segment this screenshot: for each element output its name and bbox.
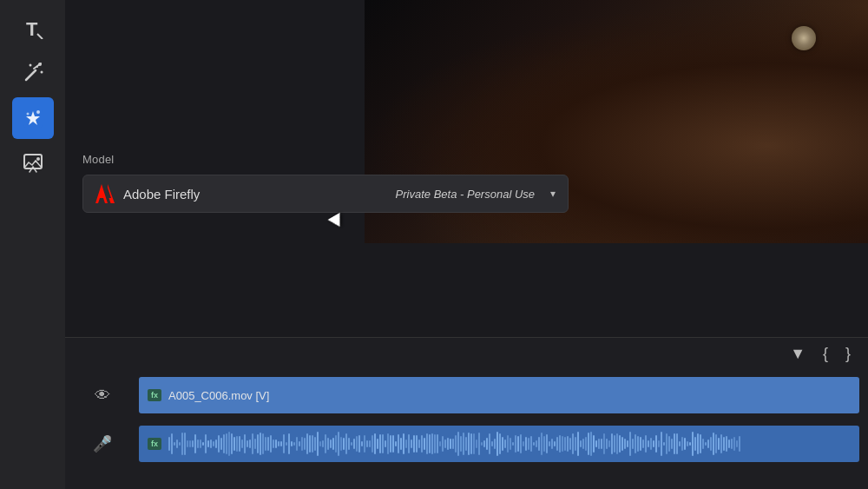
microphone-icon[interactable]: 🎤 <box>93 434 112 453</box>
marker-icon[interactable]: ▼ <box>790 345 806 363</box>
text-tool-button[interactable]: T <box>12 7 54 49</box>
audio-waveform <box>168 431 851 457</box>
in-point-icon[interactable]: { <box>823 345 828 363</box>
svg-point-4 <box>38 63 42 66</box>
generate-icon <box>22 107 44 129</box>
svg-point-12 <box>36 157 40 161</box>
magic-wand-button[interactable] <box>12 52 54 94</box>
beta-badge: Private Beta - Personal Use <box>396 188 535 201</box>
adobe-logo-icon <box>95 184 115 203</box>
model-section-label: Model <box>82 153 707 166</box>
fx-badge-audio: fx <box>148 438 161 450</box>
svg-point-6 <box>40 71 43 74</box>
svg-text:T: T <box>26 18 38 39</box>
video-clip-name: A005_C006.mov [V] <box>168 389 269 402</box>
video-track-row: 👁 fx A005_C006.mov [V] <box>65 373 868 418</box>
svg-point-7 <box>36 66 38 68</box>
magic-wand-icon <box>22 62 44 84</box>
video-track-control: 👁 <box>65 387 139 405</box>
svg-point-9 <box>36 110 40 114</box>
generate-button[interactable] <box>12 97 54 139</box>
audio-track-row: 🎤 fx <box>65 421 868 466</box>
chevron-down-icon: ▾ <box>550 188 556 200</box>
metal-detail-decoration <box>792 26 816 50</box>
app-layout: T <box>0 0 868 489</box>
audio-clip[interactable]: fx <box>139 426 859 462</box>
timeline-area: ▼ { } 👁 fx A005_C006.mov [V] <box>65 337 868 489</box>
svg-marker-13 <box>95 184 108 203</box>
model-dropdown[interactable]: Adobe Firefly Private Beta - Personal Us… <box>82 175 569 213</box>
video-clip[interactable]: fx A005_C006.mov [V] <box>139 377 859 413</box>
eye-icon[interactable]: 👁 <box>95 387 110 405</box>
generative-fill-icon <box>22 152 44 175</box>
content-area: Model Adobe Firefly Private Beta - Perso… <box>65 0 868 489</box>
generative-fill-button[interactable] <box>12 142 54 184</box>
svg-point-5 <box>29 64 31 67</box>
svg-line-2 <box>26 70 36 80</box>
left-toolbar: T <box>0 0 65 489</box>
model-name-label: Adobe Firefly <box>123 187 387 202</box>
text-icon: T <box>22 17 44 39</box>
svg-point-10 <box>26 113 29 116</box>
fx-badge-video: fx <box>148 389 161 401</box>
model-panel: Model Adobe Firefly Private Beta - Perso… <box>65 139 725 227</box>
timeline-controls: ▼ { } <box>790 345 851 363</box>
audio-track-control: 🎤 <box>65 434 139 453</box>
timeline-tracks: 👁 fx A005_C006.mov [V] 🎤 fx <box>65 373 868 489</box>
out-point-icon[interactable]: } <box>845 345 851 363</box>
svg-marker-14 <box>108 184 115 203</box>
svg-line-1 <box>37 34 43 39</box>
